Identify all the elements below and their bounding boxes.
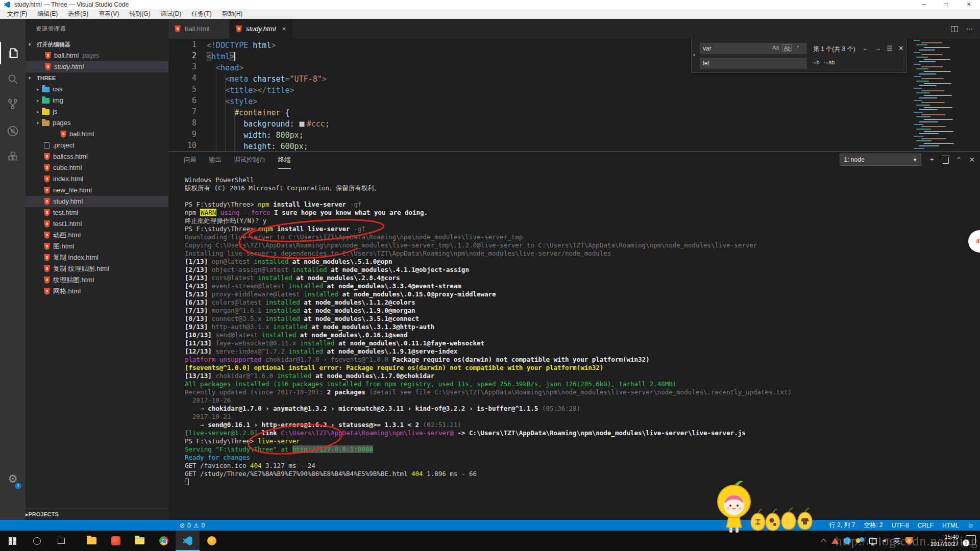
terminal-line: [9/13] http-auth@3.1.x installed at node… <box>185 323 792 331</box>
new-terminal-icon[interactable]: ＋ <box>928 155 936 164</box>
sidebar-item-index.html[interactable]: index.html <box>26 173 168 185</box>
sidebar-section[interactable]: ▾THREE <box>26 72 168 84</box>
toggle-replace-icon[interactable]: ◂ <box>693 52 695 57</box>
sidebar-item-复制 纹理贴图.html[interactable]: 复制 纹理贴图.html <box>26 263 168 274</box>
sidebar-item-test1.html[interactable]: test1.html <box>26 218 168 230</box>
taskbar-app-photos[interactable] <box>104 531 128 551</box>
extensions-icon[interactable] <box>0 145 26 168</box>
tray-expand-icon[interactable] <box>821 539 826 544</box>
sidebar-item-.project[interactable]: .project <box>26 140 168 151</box>
code-line: <head> <box>207 62 330 73</box>
warnings-icon[interactable]: ⚠ <box>193 522 199 529</box>
minimize-button[interactable]: ─ <box>913 0 935 9</box>
tab-ball.html[interactable]: ball.html <box>168 19 230 39</box>
vscode-window: study.html — Three — Visual Studio Code … <box>0 0 980 551</box>
status-item[interactable]: UTF-8 <box>892 522 909 529</box>
sidebar-item-study.html[interactable]: study.html <box>26 61 168 72</box>
source-control-icon[interactable] <box>0 93 26 115</box>
sidebar-item-图.html[interactable]: 图.html <box>26 241 168 252</box>
search-icon[interactable] <box>0 68 26 90</box>
terminal-line: 2017-10-26 <box>185 396 792 405</box>
menu-item[interactable]: 查看(V) <box>93 10 124 18</box>
sidebar-item-动画.html[interactable]: 动画.html <box>26 230 168 241</box>
sidebar-item-纹理贴图.html[interactable]: 纹理贴图.html <box>26 274 168 286</box>
find-in-selection-icon[interactable]: ☰ <box>887 44 893 52</box>
sidebar-section-projects[interactable]: ▸ PROJECTS <box>26 508 168 520</box>
maximize-button[interactable]: □ <box>935 0 958 9</box>
terminal-select[interactable]: 1: node▾ <box>840 154 921 166</box>
maximize-panel-icon[interactable]: ⌃ <box>956 156 962 164</box>
panel-tab-问题[interactable]: 问题 <box>184 152 197 169</box>
kill-terminal-icon[interactable] <box>943 157 949 164</box>
title-bar[interactable]: study.html — Three — Visual Studio Code … <box>0 0 980 9</box>
sidebar-item-test.html[interactable]: test.html <box>26 207 168 218</box>
split-editor-icon[interactable] <box>951 26 958 32</box>
status-item[interactable]: CRLF <box>918 522 934 529</box>
status-item[interactable]: 行 2, 列 7 <box>829 521 855 530</box>
regex-icon[interactable]: .* <box>795 44 799 52</box>
task-view-icon[interactable] <box>49 531 74 551</box>
menu-item[interactable]: 编辑(E) <box>32 10 63 18</box>
taskbar-app-vscode[interactable] <box>176 531 200 551</box>
sidebar-item-cube.html[interactable]: cube.html <box>26 162 168 173</box>
sidebar-item-js[interactable]: ▸js <box>26 106 168 117</box>
start-button[interactable] <box>0 531 24 551</box>
cortana-search-icon[interactable] <box>24 531 49 551</box>
sidebar-item-复制 index.html[interactable]: 复制 index.html <box>26 252 168 263</box>
whole-word-icon[interactable]: Ab <box>782 44 791 52</box>
more-actions-icon[interactable]: ⋯ <box>966 25 973 33</box>
sidebar-item-ball.html[interactable]: ball.htmlpages <box>26 50 168 61</box>
feedback-smiley-icon[interactable]: ☺ <box>968 522 974 529</box>
status-item[interactable]: 空格: 2 <box>864 521 883 530</box>
close-tab-icon[interactable]: ✕ <box>282 26 286 32</box>
taskbar-app-browser[interactable] <box>200 531 224 551</box>
sidebar-item-css[interactable]: ▸css <box>26 84 168 95</box>
tab-study.html[interactable]: study.html✕ <box>230 19 293 39</box>
blog-watermark: http://blog.csdn.net/ning <box>836 534 978 549</box>
match-case-icon[interactable]: Aa <box>772 44 779 52</box>
menu-item[interactable]: 转到(G) <box>124 10 155 18</box>
warnings-count[interactable]: 0 <box>202 522 205 529</box>
sidebar-item-new_file.html[interactable]: new_file.html <box>26 185 168 196</box>
errors-icon[interactable]: ⊘ <box>180 522 185 529</box>
sidebar-item-ballcss.html[interactable]: ballcss.html <box>26 151 168 162</box>
sidebar-item-网格.html[interactable]: 网格.html <box>26 286 168 297</box>
panel-tab-终端[interactable]: 终端 <box>278 152 291 169</box>
close-find-icon[interactable]: ✕ <box>898 44 904 52</box>
terminal-line <box>185 192 792 201</box>
sidebar-item-ball.html[interactable]: ball.html <box>26 129 168 140</box>
status-item[interactable]: HTML <box>942 522 959 529</box>
prev-match-icon[interactable]: ← <box>862 44 869 52</box>
errors-count[interactable]: 0 <box>187 522 191 529</box>
menu-item[interactable]: 选择(S) <box>63 10 93 18</box>
next-match-icon[interactable]: → <box>874 44 881 52</box>
minimap[interactable] <box>912 39 954 151</box>
terminal-output[interactable]: Windows PowerShell版权所有 (C) 2016 Microsof… <box>185 176 792 486</box>
windows-taskbar: 英 S 15:40 2017/10/27 1 <box>0 531 980 551</box>
sidebar-item-img[interactable]: ▸img <box>26 95 168 106</box>
sidebar-item-pages[interactable]: ▾pages <box>26 117 168 129</box>
menu-item[interactable]: 调试(D) <box>156 10 187 18</box>
terminal-line: [8/13] connect@3.5.x installed at node_m… <box>185 315 792 323</box>
sidebar-item-study.html[interactable]: study.html <box>26 196 168 207</box>
close-button[interactable]: ✕ <box>958 0 980 9</box>
menu-item[interactable]: 任务(T) <box>186 10 216 18</box>
sidebar-section[interactable]: ▾打开的编辑器 <box>26 39 168 50</box>
menu-item[interactable]: 文件(F) <box>2 10 32 18</box>
taskbar-app-folder[interactable] <box>80 531 104 551</box>
terminal-panel: 问题输出调试控制台终端 1: node▾ ＋ ⌃ ✕ Windows Power… <box>168 151 980 520</box>
explorer-icon[interactable] <box>0 42 26 64</box>
menu-item[interactable]: 帮助(H) <box>217 10 248 18</box>
panel-tab-输出[interactable]: 输出 <box>209 152 222 169</box>
taskbar-app-chrome[interactable] <box>152 531 176 551</box>
replace-input[interactable] <box>700 58 807 69</box>
settings-gear-icon[interactable]: ⚙ 1 <box>0 470 26 488</box>
debug-icon[interactable] <box>0 120 26 142</box>
find-widget: ◂ Aa Ab .* 第 1 个(共 8 个) ← → ☰ ✕ b ab <box>691 39 906 73</box>
taskbar-app-explorer[interactable] <box>128 531 152 551</box>
close-panel-icon[interactable]: ✕ <box>969 156 975 164</box>
panel-tab-调试控制台[interactable]: 调试控制台 <box>234 152 266 169</box>
terminal-line: [fsevents@^1.0.0] optional install error… <box>185 364 792 372</box>
replace-all-icon[interactable]: ab <box>824 59 835 65</box>
replace-icon[interactable]: b <box>812 59 820 65</box>
